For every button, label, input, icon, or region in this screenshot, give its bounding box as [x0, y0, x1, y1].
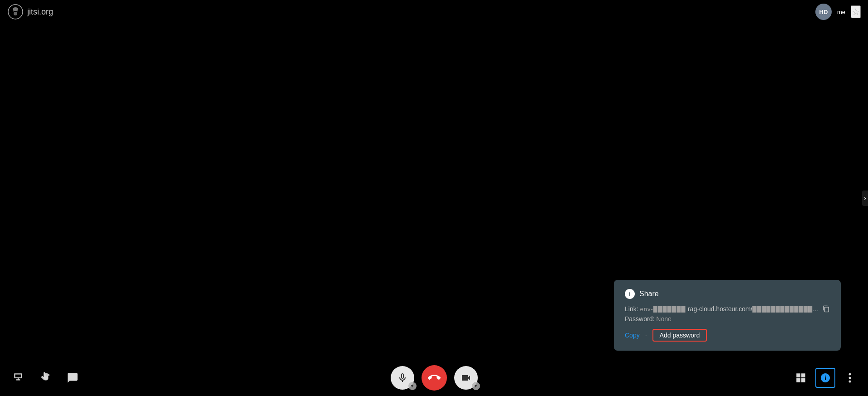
- favorite-button[interactable]: ☆: [851, 5, 861, 18]
- svg-point-1: [14, 12, 17, 15]
- dot-separator: ·: [645, 332, 647, 339]
- end-call-icon: [428, 372, 441, 384]
- link-label: Link:: [625, 305, 638, 313]
- chat-button[interactable]: [64, 369, 82, 387]
- avatar: HD: [815, 4, 832, 20]
- share-password-row: Password: None: [625, 315, 830, 323]
- share-info-icon: i: [625, 289, 635, 299]
- share-header: i Share: [625, 289, 830, 299]
- svg-point-2: [849, 373, 851, 376]
- link-prefix-masked: env-███████: [640, 306, 688, 313]
- raise-hand-icon: [39, 372, 51, 384]
- svg-point-4: [849, 381, 851, 383]
- logo-area: jitsi.org: [7, 4, 53, 20]
- clipboard-icon: [823, 305, 830, 313]
- end-call-button[interactable]: [422, 365, 447, 391]
- toolbar-left: [9, 369, 82, 387]
- svg-point-3: [849, 377, 851, 379]
- toolbar-center: ▼ ▼: [391, 365, 478, 391]
- share-link-row: Link: env-███████ rag-cloud.hosteur.com/…: [625, 305, 830, 313]
- camera-control: ▼: [454, 366, 478, 390]
- password-label: Password:: [625, 315, 654, 323]
- more-options-button[interactable]: [841, 369, 859, 387]
- link-suffix-masked: ████████████████: [752, 305, 820, 313]
- microphone-options-arrow[interactable]: ▼: [408, 382, 417, 390]
- link-value: env-███████ rag-cloud.hosteur.com/██████…: [640, 305, 820, 313]
- logo-text: jitsi.org: [27, 7, 53, 17]
- expand-panel-arrow[interactable]: ›: [862, 191, 868, 206]
- share-title: Share: [639, 290, 659, 298]
- screen-share-button[interactable]: [9, 369, 27, 387]
- more-options-icon: [848, 372, 851, 383]
- link-domain: rag-cloud.hosteur.com/: [688, 305, 752, 313]
- microphone-icon: [397, 372, 408, 383]
- raise-hand-button[interactable]: [36, 369, 54, 387]
- screen-share-icon: [12, 372, 24, 384]
- copy-link-button[interactable]: Copy: [625, 332, 640, 339]
- top-bar: jitsi.org HD me ☆: [0, 0, 868, 24]
- camera-icon: [461, 372, 471, 383]
- camera-options-arrow[interactable]: ▼: [472, 382, 480, 390]
- copy-link-icon-button[interactable]: [823, 305, 830, 313]
- toolbar-right: [792, 368, 859, 388]
- chat-icon: [67, 372, 78, 384]
- password-value: None: [656, 315, 671, 323]
- user-label: me: [837, 9, 845, 15]
- info-icon: [820, 372, 831, 383]
- grid-icon: [795, 372, 807, 384]
- share-popup: i Share Link: env-███████ rag-cloud.host…: [614, 280, 841, 351]
- bottom-toolbar: ▼ ▼: [0, 360, 868, 396]
- top-right-controls: HD me ☆: [815, 4, 861, 20]
- add-password-button[interactable]: Add password: [652, 329, 707, 342]
- info-button[interactable]: [815, 368, 835, 388]
- microphone-control: ▼: [391, 366, 414, 390]
- share-actions: Copy · Add password: [625, 329, 830, 342]
- jitsi-logo-icon: [7, 4, 24, 20]
- tile-view-button[interactable]: [792, 369, 810, 387]
